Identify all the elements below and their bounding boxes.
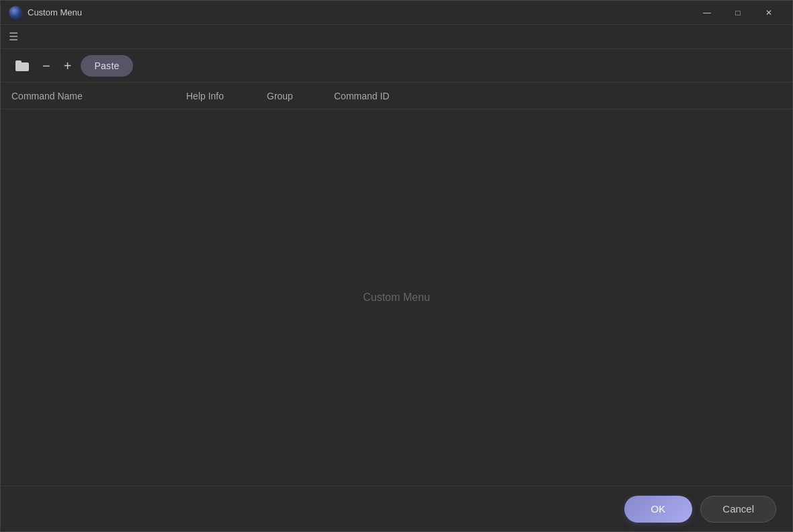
folder-icon-shape xyxy=(15,60,29,71)
column-header-help-info: Help Info xyxy=(186,91,267,101)
content-area: Custom Menu xyxy=(1,109,792,486)
bottom-bar: OK Cancel xyxy=(1,486,792,531)
title-bar-left: Custom Menu xyxy=(9,6,82,19)
folder-icon xyxy=(15,60,29,71)
cancel-button[interactable]: Cancel xyxy=(700,496,776,523)
close-button[interactable]: ✕ xyxy=(753,1,784,25)
add-button[interactable]: + xyxy=(60,56,76,75)
folder-button[interactable] xyxy=(11,56,33,75)
column-header-command-name: Command Name xyxy=(11,91,186,101)
column-header-group: Group xyxy=(267,91,334,101)
title-bar-controls: — □ ✕ xyxy=(692,1,784,25)
column-headers: Command Name Help Info Group Command ID xyxy=(1,83,792,109)
title-bar: Custom Menu — □ ✕ xyxy=(1,1,792,25)
minimize-button[interactable]: — xyxy=(692,1,722,25)
column-header-command-id: Command ID xyxy=(334,91,782,101)
main-window: Custom Menu — □ ✕ ☰ − + Paste Command Na… xyxy=(0,0,793,532)
hamburger-menu-icon[interactable]: ☰ xyxy=(9,30,18,43)
app-icon xyxy=(9,6,22,19)
menu-bar: ☰ xyxy=(1,25,792,49)
ok-button[interactable]: OK xyxy=(624,496,693,523)
maximize-button[interactable]: □ xyxy=(722,1,753,25)
window-title: Custom Menu xyxy=(28,7,82,17)
empty-state-label: Custom Menu xyxy=(363,292,430,304)
paste-button[interactable]: Paste xyxy=(81,55,132,77)
toolbar: − + Paste xyxy=(1,49,792,83)
remove-button[interactable]: − xyxy=(38,56,54,75)
